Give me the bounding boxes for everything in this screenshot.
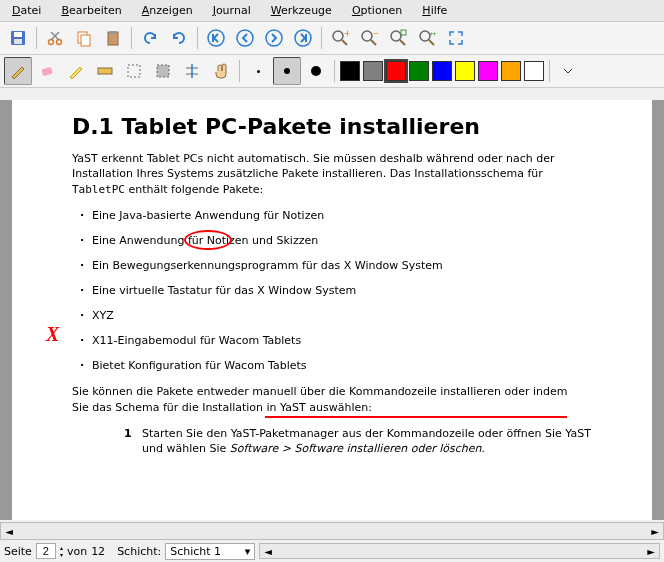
vertical-space-tool[interactable] xyxy=(178,57,206,85)
menu-options[interactable]: Optionen xyxy=(348,2,406,19)
list-item: Ein Bewegungserkennungsprogramm für das … xyxy=(92,259,592,272)
color-swatch[interactable] xyxy=(432,61,452,81)
toolbar-tools xyxy=(0,55,664,88)
menu-help[interactable]: Hilfe xyxy=(418,2,451,19)
menubar: Datei Bearbeiten Anzeigen Journal Werkze… xyxy=(0,0,664,22)
chevron-down-icon: ▾ xyxy=(245,545,251,558)
svg-point-3 xyxy=(49,40,54,45)
save-button[interactable] xyxy=(4,24,32,52)
menu-tools[interactable]: Werkzeuge xyxy=(267,2,336,19)
copy-button[interactable] xyxy=(70,24,98,52)
prev-page-button[interactable] xyxy=(231,24,259,52)
svg-rect-10 xyxy=(110,31,116,34)
svg-point-23 xyxy=(391,31,401,41)
pen-tool[interactable] xyxy=(4,57,32,85)
color-swatch[interactable] xyxy=(386,61,406,81)
svg-point-4 xyxy=(57,40,62,45)
menu-edit[interactable]: Bearbeiten xyxy=(57,2,125,19)
list-item: X11-Eingabemodul für Wacom Tablets xyxy=(92,334,592,347)
next-page-button[interactable] xyxy=(260,24,288,52)
red-strike-annotation xyxy=(265,416,567,418)
horizontal-scrollbar[interactable]: ◄ ► xyxy=(0,522,664,540)
scroll-left-icon[interactable]: ◄ xyxy=(1,526,17,537)
scroll-right-icon[interactable]: ► xyxy=(643,546,659,557)
dot-large[interactable] xyxy=(302,57,330,85)
svg-rect-25 xyxy=(401,30,406,35)
svg-rect-30 xyxy=(98,68,112,74)
layer-label: Schicht: xyxy=(117,545,161,558)
svg-point-26 xyxy=(420,31,430,41)
statusbar: Seite ▴▾ von 12 Schicht: Schicht 1 ▾ ◄ ► xyxy=(0,540,664,562)
svg-point-14 xyxy=(266,30,282,46)
list-item: XYZ xyxy=(92,309,592,322)
list-item: Eine virtuelle Tastatur für das X Window… xyxy=(92,284,592,297)
color-swatch[interactable] xyxy=(501,61,521,81)
svg-point-11 xyxy=(208,30,224,46)
scroll-left-icon[interactable]: ◄ xyxy=(260,546,276,557)
menu-journal[interactable]: Journal xyxy=(209,2,255,19)
select-region-tool[interactable] xyxy=(149,57,177,85)
last-page-button[interactable] xyxy=(289,24,317,52)
of-label: von xyxy=(67,545,87,558)
color-swatch[interactable] xyxy=(478,61,498,81)
text-tool[interactable] xyxy=(91,57,119,85)
svg-rect-31 xyxy=(128,65,140,77)
list-item: Eine Anwendung für Notizen und Skizzen xyxy=(92,234,592,247)
zoom-fit-button[interactable] xyxy=(384,24,412,52)
select-rect-tool[interactable] xyxy=(120,57,148,85)
svg-rect-29 xyxy=(41,67,52,76)
document-page[interactable]: D.1 Tablet PC-Pakete installieren YaST e… xyxy=(12,100,652,520)
eraser-tool[interactable] xyxy=(33,57,61,85)
steps-list: Starten Sie den YaST-Paketmanager aus de… xyxy=(72,426,592,457)
dot-small[interactable] xyxy=(244,57,272,85)
svg-point-13 xyxy=(237,30,253,46)
page-number-input[interactable] xyxy=(36,543,56,559)
svg-rect-8 xyxy=(81,35,90,46)
color-swatch[interactable] xyxy=(409,61,429,81)
first-page-button[interactable] xyxy=(202,24,230,52)
intro-paragraph: YaST erkennt Tablet PCs nicht automatisc… xyxy=(72,151,592,197)
color-swatch[interactable] xyxy=(363,61,383,81)
highlighter-tool[interactable] xyxy=(62,57,90,85)
menu-file[interactable]: Datei xyxy=(8,2,45,19)
zoom-in-button[interactable]: + xyxy=(326,24,354,52)
svg-line-24 xyxy=(400,40,405,45)
status-scrollbar[interactable]: ◄ ► xyxy=(259,543,660,559)
color-swatch[interactable] xyxy=(340,61,360,81)
svg-line-18 xyxy=(342,40,347,45)
page-label: Seite xyxy=(4,545,32,558)
undo-button[interactable] xyxy=(136,24,164,52)
scroll-right-icon[interactable]: ► xyxy=(647,526,663,537)
redo-button[interactable] xyxy=(165,24,193,52)
svg-rect-1 xyxy=(14,32,22,37)
bullet-list: Eine Java-basierte Anwendung für Notizen… xyxy=(72,209,592,372)
svg-point-17 xyxy=(333,31,343,41)
total-pages: 12 xyxy=(91,545,105,558)
layer-select[interactable]: Schicht 1 ▾ xyxy=(165,543,255,560)
svg-line-21 xyxy=(371,40,376,45)
step-1: Starten Sie den YaST-Paketmanager aus de… xyxy=(142,426,592,457)
paragraph-2: Sie können die Pakete entweder manuell ü… xyxy=(72,384,592,415)
fullscreen-button[interactable] xyxy=(442,24,470,52)
svg-point-20 xyxy=(362,31,372,41)
hand-tool[interactable] xyxy=(207,57,235,85)
zoom-out-button[interactable]: − xyxy=(355,24,383,52)
heading: D.1 Tablet PC-Pakete installieren xyxy=(72,114,592,139)
color-swatch[interactable] xyxy=(455,61,475,81)
svg-text:−: − xyxy=(373,29,378,38)
paste-button[interactable] xyxy=(99,24,127,52)
svg-rect-2 xyxy=(14,39,22,44)
cut-button[interactable] xyxy=(41,24,69,52)
list-item: Eine Java-basierte Anwendung für Notizen xyxy=(92,209,592,222)
dropdown-arrow[interactable] xyxy=(554,57,582,85)
svg-text:+: + xyxy=(344,29,349,38)
svg-line-27 xyxy=(429,40,434,45)
color-swatch[interactable] xyxy=(524,61,544,81)
content-area: D.1 Tablet PC-Pakete installieren YaST e… xyxy=(0,100,664,520)
dot-medium[interactable] xyxy=(273,57,301,85)
svg-point-15 xyxy=(295,30,311,46)
svg-rect-32 xyxy=(157,65,169,77)
page-spinner[interactable]: ▴▾ xyxy=(60,544,63,558)
zoom-width-button[interactable]: ↔ xyxy=(413,24,441,52)
menu-view[interactable]: Anzeigen xyxy=(138,2,197,19)
